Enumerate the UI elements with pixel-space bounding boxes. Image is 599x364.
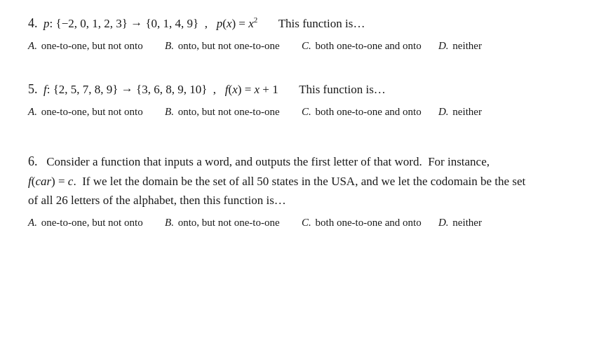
question-6-option-d: D. neither	[438, 217, 523, 229]
question-4-option-a: A. one-to-one, but not onto	[28, 40, 165, 52]
question-5-option-b: B. onto, but not one-to-one	[165, 106, 302, 118]
question-4: 4. p: {−2, 0, 1, 2, 3} → {0, 1, 4, 9} , …	[28, 14, 571, 52]
question-6-number: 6.	[28, 154, 38, 168]
question-5-option-c: C. both one-to-one and onto	[302, 106, 438, 118]
question-6-option-c: C. both one-to-one and onto	[302, 217, 438, 229]
question-5-formula: f	[225, 83, 229, 96]
question-4-answers: A. one-to-one, but not onto B. onto, but…	[28, 40, 571, 52]
question-6: 6. Consider a function that inputs a wor…	[28, 151, 571, 229]
question-4-formula: p	[217, 17, 223, 30]
question-6-option-a: A. one-to-one, but not onto	[28, 217, 165, 229]
question-5: 5. f: {2, 5, 7, 8, 9} → {3, 6, 8, 9, 10}…	[28, 80, 571, 118]
question-6-statement: 6. Consider a function that inputs a wor…	[28, 151, 571, 210]
question-5-option-a: A. one-to-one, but not onto	[28, 106, 165, 118]
question-6-answers: A. one-to-one, but not onto B. onto, but…	[28, 217, 571, 229]
question-4-option-b: B. onto, but not one-to-one	[165, 40, 302, 52]
question-5-function: f	[43, 83, 47, 96]
question-4-option-d: D. neither	[438, 40, 523, 52]
question-4-function: p	[43, 17, 50, 30]
question-4-statement: 4. p: {−2, 0, 1, 2, 3} → {0, 1, 4, 9} , …	[28, 14, 571, 33]
question-5-number: 5.	[28, 82, 38, 96]
question-4-number: 4.	[28, 16, 38, 30]
question-6-option-b: B. onto, but not one-to-one	[165, 217, 302, 229]
question-5-option-d: D. neither	[438, 106, 523, 118]
question-5-answers: A. one-to-one, but not onto B. onto, but…	[28, 106, 571, 118]
question-5-statement: 5. f: {2, 5, 7, 8, 9} → {3, 6, 8, 9, 10}…	[28, 80, 571, 99]
question-4-option-c: C. both one-to-one and onto	[302, 40, 438, 52]
